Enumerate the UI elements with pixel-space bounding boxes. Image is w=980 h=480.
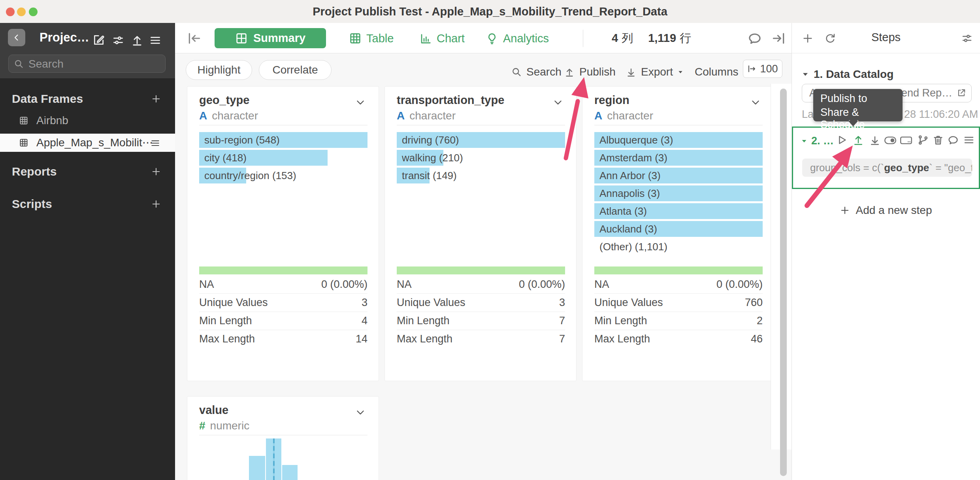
download-step-button[interactable]	[869, 134, 881, 146]
publish-project-button[interactable]	[130, 33, 144, 47]
bar-arrow-right-icon	[747, 64, 757, 74]
data-frame-menu-button[interactable]	[150, 138, 160, 148]
tab-table[interactable]: Table	[349, 32, 394, 45]
add-report-button[interactable]	[151, 166, 161, 177]
branch-step-button[interactable]	[917, 134, 929, 146]
correlate-button[interactable]: Correlate	[259, 60, 332, 80]
project-settings-button[interactable]	[112, 34, 124, 47]
stat-label: NA	[199, 276, 214, 293]
collapse-steps-panel-button[interactable]	[771, 31, 786, 46]
back-button[interactable]	[8, 29, 25, 46]
add-data-frame-button[interactable]	[151, 94, 161, 104]
export-action[interactable]: Export	[626, 64, 684, 80]
project-menu-button[interactable]	[149, 34, 162, 47]
add-script-button[interactable]	[151, 199, 161, 209]
cache-step-button[interactable]	[900, 136, 912, 145]
value-bars: sub-region (548) city (418) country/regi…	[199, 132, 368, 185]
lightbulb-icon	[486, 32, 498, 45]
tab-chart[interactable]: Chart	[419, 32, 465, 45]
na-indicator-bar	[594, 266, 763, 274]
view-toolbar: Summary Table Chart Analytics	[175, 23, 792, 53]
columns-action[interactable]: Columns	[695, 64, 738, 80]
add-new-step-button[interactable]: Add a new step	[792, 201, 980, 220]
search-input[interactable]	[28, 55, 160, 73]
value-bar[interactable]: driving (760)	[397, 132, 565, 148]
comment-button[interactable]	[747, 31, 762, 46]
chevron-down-icon[interactable]	[355, 97, 366, 108]
export-label: Export	[641, 66, 673, 78]
search-action[interactable]: Search	[511, 64, 562, 80]
value-bar[interactable]: sub-region (548)	[199, 132, 368, 148]
scripts-label: Scripts	[12, 195, 52, 214]
column-card-geo-type: geo_type A character sub-region (548) ci…	[187, 86, 379, 381]
na-indicator-bar	[397, 266, 565, 274]
column-count: 4	[612, 32, 618, 45]
trash-icon	[932, 134, 944, 146]
sliders-icon	[112, 34, 124, 47]
step-menu-button[interactable]	[963, 134, 975, 146]
run-step-button[interactable]	[836, 134, 848, 146]
value-bar[interactable]: Auckland (3)	[594, 221, 763, 237]
publish-action[interactable]: Publish	[564, 64, 616, 80]
bar-label: Auckland (3)	[594, 221, 763, 237]
comment-step-button[interactable]	[947, 134, 959, 146]
project-title: Projec…	[40, 29, 89, 46]
tab-summary[interactable]: Summary	[215, 28, 326, 48]
step-1-label: 1. Data Catalog	[814, 68, 893, 81]
value-bar[interactable]: country/region (153)	[199, 168, 368, 183]
stat-row: NA 0 (0.00%)	[199, 276, 368, 294]
value-bar[interactable]: transit (149)	[397, 168, 565, 183]
stat-row: Unique Values 3	[199, 294, 368, 312]
stat-row: NA 0 (0.00%)	[397, 276, 565, 294]
column-limit-button[interactable]: 100	[743, 60, 782, 78]
tooltip-caret	[848, 121, 858, 127]
step-code-preview[interactable]: group_cols = c(`geo_type` = "geo_t…	[802, 159, 972, 177]
value-bar[interactable]: Ann Arbor (3)	[594, 168, 763, 183]
type-label: character	[212, 110, 258, 122]
value-bar[interactable]: Annapolis (3)	[594, 185, 763, 201]
column-name: value	[199, 404, 228, 417]
value-bar[interactable]: walking (210)	[397, 150, 565, 166]
histogram-bar[interactable]	[282, 465, 298, 480]
value-bar[interactable]: Atlanta (3)	[594, 203, 763, 219]
caret-down-icon	[802, 71, 809, 78]
toggle-step-button[interactable]	[884, 136, 897, 145]
histogram-bar[interactable]	[249, 456, 265, 480]
sidebar-search	[8, 55, 166, 73]
tab-analytics[interactable]: Analytics	[486, 32, 549, 45]
caret-down-icon	[677, 69, 684, 75]
step-2-header[interactable]: 2. …	[801, 135, 834, 147]
other-values-label: (Other) (1,101)	[594, 239, 763, 255]
stat-label: Min Length	[594, 312, 647, 330]
value-bar[interactable]: city (418)	[199, 150, 368, 166]
chevron-down-icon[interactable]	[750, 97, 761, 108]
step-2-container: 2. …	[792, 127, 980, 189]
step-1-header[interactable]: 1. Data Catalog	[802, 68, 893, 81]
columns-label: Columns	[695, 66, 738, 78]
sidebar-item-apple-map[interactable]: Apple_Map_s_Mobilit⋯	[0, 134, 175, 152]
scrollbar-thumb[interactable]	[780, 89, 787, 476]
main-area: Summary Table Chart Analytics	[175, 23, 792, 480]
column-type: A character	[199, 110, 258, 122]
type-symbol: A	[594, 110, 602, 122]
search-icon	[511, 66, 522, 77]
publish-step-button[interactable]	[852, 134, 864, 146]
column-card-region: region A character Albuquerque (3) Amste…	[582, 86, 774, 381]
chevron-down-icon[interactable]	[355, 407, 366, 418]
value-bar[interactable]: Albuquerque (3)	[594, 132, 763, 148]
sidebar-item-airbnb[interactable]: Airbnb	[0, 111, 175, 130]
delete-step-button[interactable]	[932, 134, 944, 146]
hamburger-icon	[150, 138, 160, 148]
collapse-sidebar-button[interactable]	[187, 31, 202, 46]
value-bar[interactable]: Amsterdam (3)	[594, 150, 763, 166]
steps-settings-button[interactable]	[961, 32, 973, 44]
highlight-button[interactable]: Highlight	[186, 60, 252, 80]
rename-project-button[interactable]	[92, 33, 106, 47]
branch-icon	[917, 134, 929, 146]
data-frames-label: Data Frames	[12, 89, 83, 108]
bar-label: walking (210)	[397, 150, 565, 166]
collapse-left-icon	[187, 31, 202, 46]
column-card-value: value # numeric	[187, 396, 379, 480]
chevron-down-icon[interactable]	[552, 97, 564, 108]
bar-label: sub-region (548)	[199, 132, 368, 148]
